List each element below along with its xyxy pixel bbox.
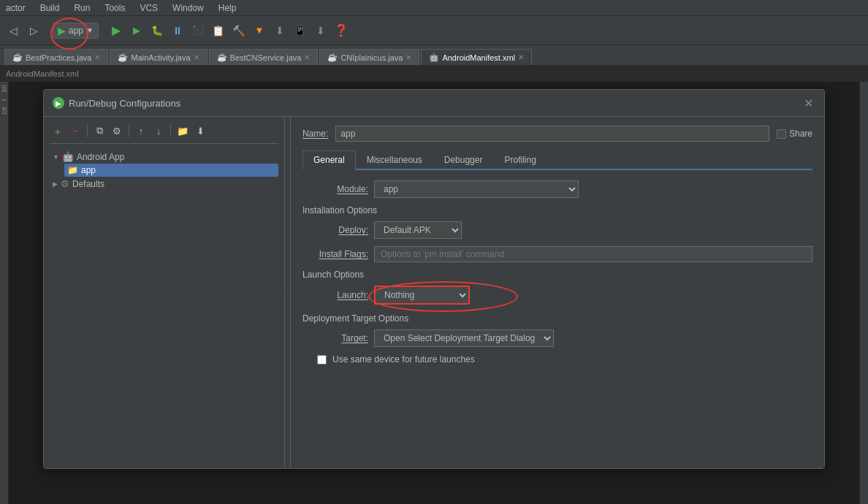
tab-cni-plainicus[interactable]: ☕ CNIplainicus.java ✕ xyxy=(319,49,419,65)
help-button[interactable]: ❓ xyxy=(332,22,350,39)
back-button[interactable]: ◁ xyxy=(4,22,22,39)
tab-main-activity[interactable]: ☕ MainActivity.java ✕ xyxy=(110,49,207,65)
sdk-manager-button[interactable]: ⬇ xyxy=(271,22,289,39)
right-scrollbar[interactable] xyxy=(859,82,868,504)
deploy-label: Deploy: xyxy=(302,225,368,235)
launch-options-label: Launch Options xyxy=(302,270,812,280)
defaults-icon: ⚙ xyxy=(61,178,69,189)
profile-button[interactable]: ⬇ xyxy=(312,22,330,39)
avd-manager-button[interactable]: 📱 xyxy=(292,22,309,39)
close-icon[interactable]: ✕ xyxy=(518,53,524,61)
ide-content: sn r ce ▶ Run/Debug Configurations ✕ xyxy=(0,82,868,504)
tree-defaults-label: Defaults xyxy=(72,179,104,189)
share-area: Share xyxy=(777,129,812,139)
dialog-title-text: Run/Debug Configurations xyxy=(69,98,180,109)
menu-run[interactable]: Run xyxy=(71,3,93,13)
remove-config-button[interactable]: − xyxy=(67,123,83,139)
install-flags-row: Install Flags: xyxy=(302,246,812,262)
add-config-button[interactable]: + xyxy=(50,123,66,139)
move-up-button[interactable]: ↑ xyxy=(133,123,149,139)
dialog-overlay: ▶ Run/Debug Configurations ✕ + − xyxy=(9,82,859,504)
tab-best-practices[interactable]: ☕ BestPractices.java ✕ xyxy=(4,49,108,65)
tab-general[interactable]: General xyxy=(302,150,356,170)
menu-build[interactable]: Build xyxy=(37,3,63,13)
launch-label: Launch: xyxy=(302,290,368,300)
tree-android-app-label: Android App xyxy=(77,152,124,162)
module-select[interactable]: app xyxy=(374,180,579,198)
run-debug-dialog: ▶ Run/Debug Configurations ✕ + − xyxy=(43,89,825,469)
install-flags-label: Install Flags: xyxy=(302,249,368,259)
menu-vcs[interactable]: VCS xyxy=(137,3,161,13)
menu-bar: actor Build Run Tools VCS Window Help xyxy=(0,0,868,16)
close-icon[interactable]: ✕ xyxy=(406,53,411,61)
deploy-select[interactable]: Default APK xyxy=(374,221,462,239)
run-with-coverage-button[interactable]: ▶ xyxy=(128,22,145,39)
left-sidebar: sn r ce xyxy=(0,82,9,504)
expand-arrow: ▼ xyxy=(53,153,59,161)
menu-actor[interactable]: actor xyxy=(3,3,28,13)
tree-app[interactable]: 📁 app xyxy=(64,164,278,177)
tab-miscellaneous[interactable]: Miscellaneous xyxy=(356,150,433,170)
tree-app-label: app xyxy=(81,165,96,175)
attach-debugger-button[interactable]: ⏸ xyxy=(169,22,186,39)
copy-config-button[interactable]: ⧉ xyxy=(91,123,107,139)
name-row: Name: Share xyxy=(302,126,812,142)
dialog-title-icon: ▶ xyxy=(53,97,64,109)
android-icon: 🤖 xyxy=(62,151,74,162)
folder-button[interactable]: 📁 xyxy=(175,123,191,139)
drag-handle[interactable]: ⋮ xyxy=(285,117,291,468)
deploy-select-wrapper: Default APK xyxy=(374,221,462,239)
module-row: Module: app xyxy=(302,180,812,198)
run-button[interactable]: ▶ xyxy=(107,22,125,39)
tab-profiling[interactable]: Profiling xyxy=(493,150,547,170)
same-device-label: Use same device for future launches xyxy=(332,354,475,364)
launch-select[interactable]: Nothing Default Activity Specified Activ… xyxy=(374,286,470,305)
generate-button[interactable]: ▼ xyxy=(251,22,268,39)
install-flags-input[interactable] xyxy=(374,246,812,262)
tab-android-manifest[interactable]: 🤖 AndroidManifest.xml ✕ xyxy=(421,49,532,65)
deploy-row: Deploy: Default APK xyxy=(302,221,812,239)
move-down-button[interactable]: ↓ xyxy=(151,123,167,139)
filepath-bar: AndroidManifest.xml xyxy=(0,66,868,82)
tree-android-app[interactable]: ▼ 🤖 Android App xyxy=(50,150,278,164)
forward-button[interactable]: ▷ xyxy=(25,22,42,39)
share-checkbox[interactable] xyxy=(777,129,786,139)
close-icon[interactable]: ✕ xyxy=(194,53,199,61)
sync-button[interactable]: 📋 xyxy=(210,22,227,39)
dialog-left-panel: + − ⧉ ⚙ ↑ ↓ 📁 ⬇ xyxy=(44,117,285,468)
installation-options-label: Installation Options xyxy=(302,205,812,215)
same-device-checkbox[interactable] xyxy=(317,355,327,364)
config-tree: ▼ 🤖 Android App 📁 app ▶ xyxy=(50,150,278,191)
dialog-config-tabs: General Miscellaneous Debugger Profiling xyxy=(302,150,812,170)
build-button[interactable]: 🔨 xyxy=(230,22,248,39)
tab-best-cn-service[interactable]: ☕ BestCNService.java ✕ xyxy=(209,49,319,65)
menu-window[interactable]: Window xyxy=(170,3,207,13)
menu-help[interactable]: Help xyxy=(216,3,240,13)
target-select[interactable]: Open Select Deployment Target Dialog xyxy=(374,329,554,347)
dialog-body: + − ⧉ ⚙ ↑ ↓ 📁 ⬇ xyxy=(44,117,824,468)
launch-options-section: Launch Options Launch: Nothing Def xyxy=(302,270,812,305)
stop-button[interactable]: ⬛ xyxy=(189,22,207,39)
settings-button[interactable]: ⚙ xyxy=(109,123,125,139)
app-folder-icon: 📁 xyxy=(67,165,78,175)
sort-button[interactable]: ⬇ xyxy=(192,123,208,139)
tree-defaults[interactable]: ▶ ⚙ Defaults xyxy=(50,177,278,191)
dialog-titlebar: ▶ Run/Debug Configurations ✕ xyxy=(44,90,824,117)
tab-debugger[interactable]: Debugger xyxy=(433,150,494,170)
deployment-target-label: Deployment Target Options xyxy=(302,313,812,324)
target-select-wrapper: Open Select Deployment Target Dialog xyxy=(374,329,554,347)
debug-button[interactable]: 🐛 xyxy=(148,22,166,39)
expand-arrow: ▶ xyxy=(53,180,58,188)
tab-label: BestPractices.java xyxy=(26,53,91,62)
close-icon[interactable]: ✕ xyxy=(304,53,310,61)
menu-tools[interactable]: Tools xyxy=(102,3,128,13)
tab-label: CNIplainicus.java xyxy=(340,53,403,62)
close-button[interactable]: ✕ xyxy=(801,96,815,110)
close-icon[interactable]: ✕ xyxy=(94,53,100,61)
name-input[interactable] xyxy=(335,126,769,142)
module-label: Module: xyxy=(302,184,368,194)
dialog-right-panel: Name: Share General Miscellaneous Debugg xyxy=(291,117,824,468)
app-selector[interactable]: ▶ app ▼ xyxy=(53,23,99,39)
share-label: Share xyxy=(789,129,812,139)
app-selector-label: app xyxy=(69,26,83,36)
